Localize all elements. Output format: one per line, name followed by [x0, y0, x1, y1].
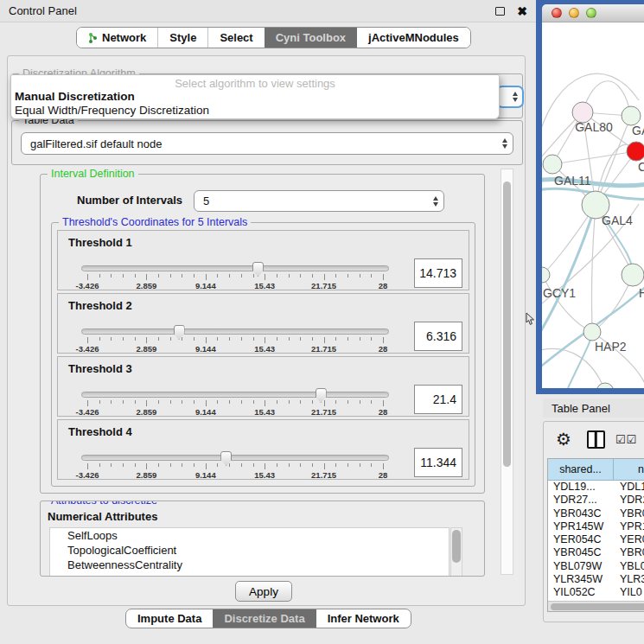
column-header-name[interactable]: na — [614, 459, 644, 481]
numerical-attributes-label: Numerical Attributes — [48, 510, 157, 523]
close-traffic-light-icon[interactable] — [552, 8, 562, 18]
tab-discretize-data-label: Discretize Data — [224, 612, 304, 625]
table-row[interactable]: YDL19...YDL1 — [548, 481, 644, 494]
tab-cyni-toolbox[interactable]: Cyni Toolbox — [265, 28, 357, 48]
table-row[interactable]: YLR345WYLR3 — [548, 573, 644, 586]
network-node-label: H — [639, 286, 644, 300]
columns-icon[interactable] — [587, 430, 605, 449]
network-svg: GAL80GACGAL11GAL4GCY1HHAP2 — [542, 22, 644, 388]
attributes-group-title: Attributes to discretize — [48, 501, 161, 507]
gear-icon[interactable]: ⚙ — [556, 430, 571, 448]
scrollbar-thumb[interactable] — [503, 182, 511, 467]
table-data-combobox[interactable]: galFiltered.sif default node — [21, 132, 513, 155]
threshold-value-field[interactable]: 14.713 — [414, 258, 462, 288]
checkboxes-icon[interactable]: ☑☑ — [615, 433, 637, 446]
table-data-combobox-value: galFiltered.sif default node — [30, 137, 502, 150]
slider-ticks — [87, 274, 383, 281]
slider-track[interactable] — [81, 328, 389, 335]
table-row[interactable]: YBR045CYBR0 — [548, 546, 644, 559]
table-panel: ⚙ ☑☑ shared... na YDL19...YDL1YDR27...YD… — [543, 421, 644, 622]
slider-ticks — [87, 337, 383, 344]
threshold-panel: Threshold 3 -3.4262.8599.14415.4321.7152… — [57, 356, 469, 417]
threshold-label: Threshold 4 — [68, 425, 132, 438]
tab-impute-data-label: Impute Data — [137, 612, 201, 625]
column-header-shared-name[interactable]: shared... — [548, 459, 614, 481]
slider-track[interactable] — [81, 455, 389, 461]
attribute-item[interactable]: SelfLoops — [50, 528, 449, 543]
attributes-list-scrollbar[interactable] — [450, 527, 462, 577]
settings-scrollpane: Interval Definition Number of Intervals … — [13, 167, 521, 577]
algorithm-combobox[interactable] — [496, 86, 524, 108]
attributes-group: Attributes to discretize Numerical Attri… — [40, 501, 485, 577]
attribute-item[interactable]: TopologicalCoefficient — [50, 543, 449, 558]
scrollbar-thumb[interactable] — [452, 530, 461, 563]
zoom-traffic-light-icon[interactable] — [586, 8, 596, 18]
table-data-group: Table Data galFiltered.sif default node — [11, 120, 523, 165]
tab-impute-data[interactable]: Impute Data — [126, 609, 213, 628]
network-node-label: C — [638, 160, 644, 174]
threshold-slider[interactable]: -3.4262.8599.14415.4321.71528 — [81, 388, 389, 414]
slider-tick-labels: -3.4262.8599.14415.4321.71528 — [87, 407, 383, 416]
tab-network[interactable]: Network — [77, 28, 157, 48]
slider-tick-labels: -3.4262.8599.14415.4321.71528 — [87, 281, 383, 290]
threshold-slider[interactable]: -3.4262.8599.14415.4321.71528 — [81, 262, 389, 288]
algorithm-option-manual[interactable]: Manual Discretization — [11, 90, 499, 104]
control-panel-tabbar: Network Style Select Cyni Toolbox jActiv… — [76, 27, 471, 48]
table-row[interactable]: YBR043CYBR0 — [548, 507, 644, 520]
interval-definition-group: Interval Definition Number of Intervals … — [40, 174, 485, 494]
numerical-attributes-list[interactable]: SelfLoopsTopologicalCoefficientBetweenne… — [49, 527, 450, 577]
threshold-value-field[interactable]: 11.344 — [414, 448, 462, 477]
network-node[interactable] — [596, 383, 614, 388]
node-table-body: YDL19...YDL1YDR27...YDR2YBR043CYBR0YPR14… — [548, 481, 644, 600]
tab-infer-network-label: Infer Network — [328, 612, 399, 625]
network-window-titlebar[interactable] — [542, 4, 644, 22]
tab-infer-network[interactable]: Infer Network — [316, 609, 411, 628]
table-row[interactable]: YPR145WYPR1 — [548, 520, 644, 533]
network-node[interactable] — [622, 264, 644, 286]
network-icon — [88, 32, 98, 44]
algorithm-popup-placeholder: Select algorithm to view settings — [11, 75, 499, 90]
threshold-panel: Threshold 1 -3.4262.8599.14415.4321.7152… — [57, 230, 469, 290]
tab-style-label: Style — [169, 31, 196, 44]
threshold-value-field[interactable]: 21.4 — [414, 385, 462, 414]
table-panel-title: Table Panel — [552, 402, 610, 415]
tab-style[interactable]: Style — [157, 28, 207, 48]
network-node-label: GAL11 — [554, 174, 591, 188]
thresholds-group: Threshold's Coordinates for 5 Intervals … — [51, 222, 475, 487]
table-row[interactable]: YER054CYER0 — [548, 533, 644, 546]
apply-button[interactable]: Apply — [235, 581, 292, 602]
threshold-slider[interactable]: -3.4262.8599.14415.4321.71528 — [81, 325, 389, 351]
attribute-item[interactable]: BetweennessCentrality — [50, 558, 449, 572]
slider-track[interactable] — [81, 392, 389, 398]
network-node[interactable] — [627, 142, 644, 161]
threshold-slider[interactable]: -3.4262.8599.14415.4321.71528 — [81, 451, 389, 477]
table-row[interactable]: YBL079WYBL0 — [548, 560, 644, 573]
slider-track[interactable] — [81, 265, 389, 271]
tab-jactivemnodules[interactable]: jActiveMNodules — [357, 28, 470, 48]
close-icon[interactable]: ✖ — [517, 7, 527, 16]
network-node[interactable] — [622, 106, 641, 125]
tab-discretize-data[interactable]: Discretize Data — [213, 609, 316, 628]
float-window-icon[interactable] — [495, 7, 505, 16]
scrollbar-thumb[interactable] — [551, 603, 644, 610]
network-node[interactable] — [542, 267, 550, 283]
combo-stepper-icon — [433, 196, 438, 207]
threshold-label: Threshold 3 — [68, 362, 132, 375]
network-node-label: GA — [632, 124, 644, 137]
number-of-intervals-combobox[interactable]: 5 — [194, 190, 444, 212]
thresholds-group-title: Threshold's Coordinates for 5 Intervals — [59, 216, 251, 228]
table-row[interactable]: YDR27...YDR2 — [548, 494, 644, 507]
threshold-value-field[interactable]: 6.316 — [414, 322, 462, 351]
tab-select[interactable]: Select — [207, 28, 264, 48]
network-canvas[interactable]: GAL80GACGAL11GAL4GCY1HHAP2 — [542, 22, 644, 388]
settings-vertical-scrollbar[interactable] — [501, 169, 513, 575]
table-row[interactable]: YIL052CYIL0 — [548, 586, 644, 599]
table-horizontal-scrollbar[interactable] — [548, 601, 644, 611]
algorithm-option-equal-width[interactable]: Equal Width/Frequency Discretization — [11, 104, 499, 118]
slider-ticks — [87, 400, 383, 407]
network-node[interactable] — [543, 155, 562, 174]
network-node-label: GAL80 — [575, 120, 613, 134]
minimize-traffic-light-icon[interactable] — [569, 8, 579, 18]
tab-select-label: Select — [220, 31, 252, 44]
network-node[interactable] — [583, 323, 601, 341]
